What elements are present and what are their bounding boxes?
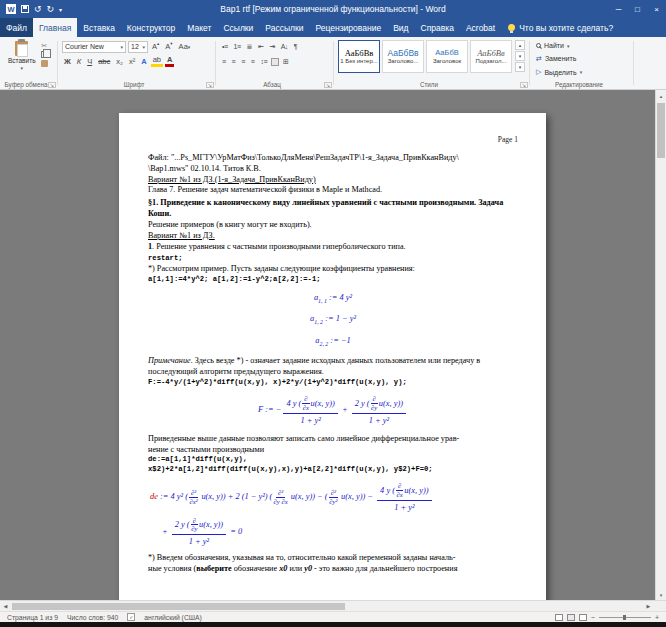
tab-acrobat[interactable]: Acrobat bbox=[460, 18, 501, 37]
scroll-down-arrow[interactable]: ▾ bbox=[656, 589, 666, 600]
strikethrough-button[interactable]: abc bbox=[96, 58, 112, 66]
style-card-no-spacing[interactable]: АаБбВв 1 Без интер... bbox=[338, 40, 380, 73]
zoom-out-button[interactable]: − bbox=[591, 614, 595, 621]
math-fraction: 2 y (∂∂y u(x, y))1 + y² bbox=[352, 395, 406, 426]
shading-button[interactable] bbox=[271, 58, 279, 66]
horizontal-scroll-thumb[interactable] bbox=[12, 603, 345, 610]
align-center-button[interactable]: ≡ bbox=[230, 58, 238, 65]
show-marks-button[interactable]: ¶ bbox=[292, 43, 299, 50]
style-card-subtitle[interactable]: АаБбВв Подзагол... bbox=[470, 40, 512, 73]
font-color-button[interactable]: А bbox=[165, 56, 174, 67]
math-fragment: − bbox=[365, 492, 375, 501]
paragraph-dialog-launcher-icon[interactable]: ↘ bbox=[324, 82, 332, 88]
select-label: Выделить bbox=[544, 69, 576, 76]
underline-button[interactable]: Ч bbox=[85, 58, 94, 66]
clipboard-dialog-launcher-icon[interactable]: ↘ bbox=[48, 82, 56, 88]
tab-layout[interactable]: Макет bbox=[181, 18, 217, 37]
cut-button[interactable]: ✂ bbox=[41, 42, 47, 49]
tab-review[interactable]: Рецензирование bbox=[309, 18, 387, 37]
replace-button[interactable]: ⇄ Заменить bbox=[534, 53, 631, 64]
derivative-fraction: ∂∂y bbox=[191, 517, 198, 533]
vertical-scroll-thumb[interactable] bbox=[657, 103, 665, 158]
redo-button[interactable]: ↻ bbox=[47, 5, 55, 14]
math-fragment: 2 y ( bbox=[355, 398, 370, 409]
font-size-combobox[interactable]: 12 ▾ bbox=[128, 41, 148, 53]
select-cursor-icon: ▷ bbox=[536, 68, 541, 76]
zoom-in-button[interactable]: + bbox=[655, 614, 659, 621]
align-left-button[interactable]: ≡ bbox=[220, 58, 228, 65]
borders-button[interactable]: ⊞ bbox=[281, 58, 290, 65]
language-indicator[interactable]: английский (США) bbox=[144, 614, 201, 621]
lightbulb-icon bbox=[508, 24, 515, 31]
styles-scroll-up-button[interactable]: ▴ bbox=[515, 40, 525, 50]
font-name-combobox[interactable]: Courier New ▾ bbox=[62, 41, 126, 53]
scroll-right-arrow[interactable]: ▶ bbox=[643, 601, 654, 611]
paste-button[interactable]: Вставить ▾ bbox=[4, 40, 40, 72]
tab-references[interactable]: Ссылки bbox=[217, 18, 259, 37]
italic-button[interactable]: К bbox=[75, 58, 83, 66]
format-painter-button[interactable] bbox=[41, 60, 48, 67]
tab-design[interactable]: Конструктор bbox=[121, 18, 181, 37]
align-right-button[interactable]: ≡ bbox=[239, 58, 247, 65]
maximize-button[interactable]: □ bbox=[628, 0, 647, 18]
document-page[interactable]: Page 1 Файл: "...Ps_МГТУ\УрМатФиз\Только… bbox=[119, 113, 546, 600]
style-card-title[interactable]: АаБбВ Заголовок bbox=[426, 40, 468, 73]
find-button[interactable]: Найти ▾ bbox=[534, 40, 631, 51]
font-dialog-launcher-icon[interactable]: ↘ bbox=[206, 82, 214, 88]
text-effects-button[interactable]: А bbox=[139, 58, 148, 66]
justify-button[interactable]: ≡ bbox=[249, 58, 257, 65]
vertical-scrollbar[interactable]: ▴ ▾ bbox=[655, 90, 666, 600]
style-card-heading1[interactable]: АаБбВв Заголово... bbox=[382, 40, 424, 73]
tab-help[interactable]: Справка bbox=[415, 18, 460, 37]
word-count[interactable]: Число слов: 940 bbox=[67, 614, 118, 621]
save-button[interactable] bbox=[21, 5, 29, 13]
read-mode-button[interactable] bbox=[555, 614, 563, 621]
select-button[interactable]: ▷ Выделить ▾ bbox=[534, 67, 631, 78]
decrease-indent-button[interactable]: ⇤ bbox=[256, 43, 265, 50]
close-button[interactable]: × bbox=[647, 0, 666, 18]
print-layout-button[interactable] bbox=[567, 614, 575, 621]
sort-button[interactable]: А↓ bbox=[279, 43, 290, 50]
subscript-button[interactable]: x₂ bbox=[114, 58, 125, 66]
style-name: Подзагол... bbox=[476, 58, 507, 64]
styles-dialog-launcher-icon[interactable]: ↘ bbox=[520, 82, 528, 88]
multilevel-list-button[interactable]: ≣ bbox=[245, 43, 254, 50]
line-spacing-button[interactable]: ↕≡ bbox=[258, 58, 269, 65]
proofing-status-icon[interactable]: ✓ bbox=[127, 613, 135, 621]
highlight-color-button[interactable]: ab bbox=[151, 56, 163, 67]
styles-group: АаБбВв 1 Без интер... АаБбВв Заголово...… bbox=[334, 37, 530, 89]
customize-qat-button[interactable]: ▾ bbox=[59, 6, 62, 13]
grow-font-button[interactable]: А▴ bbox=[150, 42, 161, 51]
zoom-slider-thumb[interactable] bbox=[623, 615, 626, 620]
page-indicator[interactable]: Страница 1 из 9 bbox=[7, 614, 58, 621]
scroll-left-arrow[interactable]: ◀ bbox=[0, 601, 11, 611]
numbering-button[interactable]: 1≡ bbox=[232, 43, 243, 50]
tab-mailings[interactable]: Рассылки bbox=[259, 18, 309, 37]
chevron-down-icon: ▾ bbox=[120, 44, 123, 50]
styles-more-button[interactable]: ▾ bbox=[515, 62, 525, 72]
shrink-font-button[interactable]: А▾ bbox=[163, 42, 174, 51]
change-case-button[interactable]: Аа▾ bbox=[177, 43, 193, 51]
star-note-1: *) Рассмотрим пример. Пусть заданы следу… bbox=[148, 264, 518, 275]
copy-button[interactable] bbox=[41, 51, 47, 58]
increase-indent-button[interactable]: ⇥ bbox=[267, 43, 276, 50]
minimize-button[interactable]: ─ bbox=[609, 0, 628, 18]
superscript-button[interactable]: x² bbox=[127, 58, 137, 66]
tell-me-box[interactable]: Что вы хотите сделать? bbox=[501, 18, 620, 37]
tab-insert[interactable]: Вставка bbox=[77, 18, 121, 37]
maple-input-coefficients: a[1,1]:=4*y^2; a[1,2]:=1-y^2;a[2,2]:=-1; bbox=[148, 275, 518, 284]
horizontal-scrollbar[interactable]: ◀ ▶ bbox=[0, 600, 666, 611]
web-layout-button[interactable] bbox=[579, 614, 587, 621]
zoom-slider[interactable] bbox=[599, 617, 651, 618]
tab-file[interactable]: Файл bbox=[0, 18, 33, 37]
tab-view[interactable]: Вид bbox=[387, 18, 414, 37]
status-bar-right: − + bbox=[555, 614, 659, 621]
styles-scroll-down-button[interactable]: ▾ bbox=[515, 51, 525, 61]
tab-home[interactable]: Главная bbox=[33, 18, 77, 37]
scroll-up-arrow[interactable]: ▴ bbox=[656, 90, 666, 101]
bold-button[interactable]: Ж bbox=[62, 58, 73, 66]
title-bar: W ↺ ↻ ▾ Вар1 rtf [Режим ограниченной фун… bbox=[0, 0, 666, 18]
bullets-button[interactable]: •≡ bbox=[220, 43, 230, 50]
undo-button[interactable]: ↺ bbox=[34, 5, 42, 14]
math-fragment: + 2 (1 − y²) ( bbox=[226, 492, 273, 501]
